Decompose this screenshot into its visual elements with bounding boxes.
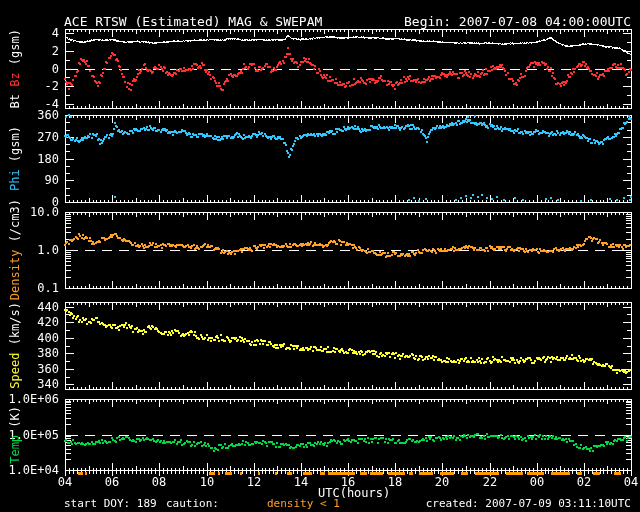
ylabel-temp: Temp (K) bbox=[2, 399, 28, 470]
ylabel-speed: Speed (km/s) bbox=[2, 302, 28, 389]
xtick-12: 04 bbox=[613, 476, 640, 488]
xtick-0: 04 bbox=[47, 476, 83, 488]
xtick-11: 02 bbox=[566, 476, 602, 488]
xtick-10: 00 bbox=[519, 476, 555, 488]
footer-caution-label: caution: bbox=[166, 498, 219, 509]
footer-caution-value: density < 1 bbox=[267, 498, 340, 509]
xtick-3: 10 bbox=[189, 476, 225, 488]
xtick-8: 20 bbox=[424, 476, 460, 488]
xtick-2: 08 bbox=[141, 476, 177, 488]
xtick-9: 22 bbox=[472, 476, 508, 488]
plot-canvas bbox=[0, 0, 640, 512]
footer-created-timestamp: created: 2007-07-09 03:11:10UTC bbox=[426, 498, 631, 509]
footer-start-doy: start DOY: 189 bbox=[64, 498, 157, 509]
chart-title: ACE RTSW (Estimated) MAG & SWEPAM bbox=[64, 15, 322, 28]
ylabel-mag: Bt Bz (gsm) bbox=[2, 29, 28, 108]
begin-timestamp: Begin: 2007-07-08 04:00:00UTC bbox=[404, 15, 631, 28]
xtick-1: 06 bbox=[94, 476, 130, 488]
ace-rtsw-plot: ACE RTSW (Estimated) MAG & SWEPAM Begin:… bbox=[0, 0, 640, 512]
xtick-4: 12 bbox=[236, 476, 272, 488]
xtick-5: 14 bbox=[283, 476, 319, 488]
ylabel-density: Density (/cm3) bbox=[2, 212, 28, 288]
ylabel-phi: Phi (gsm) bbox=[2, 115, 28, 202]
